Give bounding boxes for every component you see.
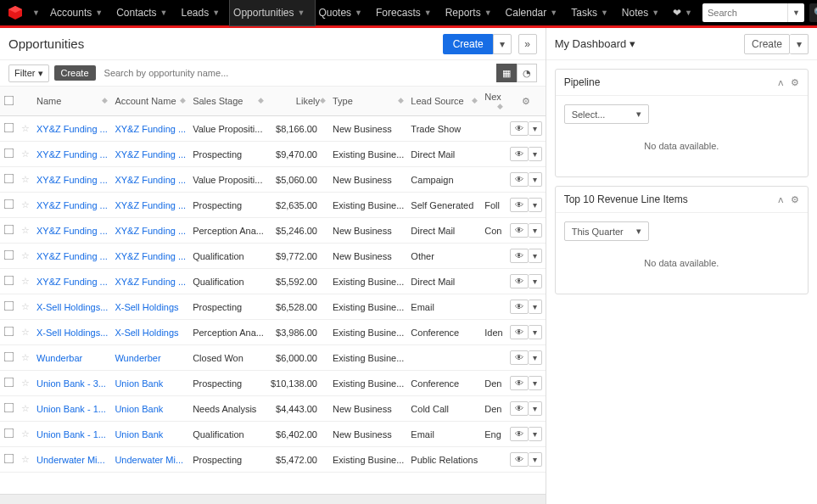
preview-button[interactable]: 👁 [510,452,529,467]
cell-name[interactable]: XY&Z Funding ... [33,244,111,269]
row-checkbox[interactable] [4,250,14,260]
nav-item-notes[interactable]: Notes▼ [618,0,669,25]
row-checkbox[interactable] [4,276,14,286]
row-menu[interactable]: ▾ [529,427,542,441]
row-checkbox[interactable] [4,174,14,184]
select-all-checkbox[interactable] [4,95,14,105]
row-menu[interactable]: ▾ [529,121,542,136]
row-menu[interactable]: ▾ [529,452,542,467]
gear-icon[interactable]: ⚙ [791,194,799,205]
row-menu[interactable]: ▾ [529,376,542,390]
favorite-star[interactable]: ☆ [18,193,33,218]
cell-name[interactable]: Underwater Mi... [33,447,111,473]
logo-caret-icon[interactable]: ▼ [32,8,40,17]
dashlet-filter-select[interactable]: This Quarter▾ [564,221,649,241]
create-button[interactable]: Create [443,34,494,54]
cell-account[interactable]: XY&Z Funding ... [111,244,189,269]
preview-button[interactable]: 👁 [510,401,529,416]
app-logo[interactable] [7,5,24,20]
row-checkbox[interactable] [4,225,14,235]
global-search[interactable]: ▼ [702,3,804,22]
cell-account[interactable]: Union Bank [111,371,189,396]
row-menu[interactable]: ▾ [529,223,542,238]
nav-item-leads[interactable]: Leads▼ [177,0,230,25]
cell-name[interactable]: XY&Z Funding ... [33,167,111,193]
cell-name[interactable]: Union Bank - 3... [33,371,111,396]
cell-account[interactable]: XY&Z Funding ... [111,193,189,218]
column-sales-stage[interactable]: Sales Stage◆ [189,87,267,116]
row-checkbox[interactable] [4,428,14,439]
row-checkbox[interactable] [4,403,14,413]
row-menu[interactable]: ▾ [529,325,542,339]
column-type[interactable]: Type◆ [329,87,407,116]
nav-item-accounts[interactable]: Accounts▼ [47,0,113,25]
preview-button[interactable]: 👁 [510,147,529,161]
favorite-star[interactable]: ☆ [18,244,33,269]
favorite-star[interactable]: ☆ [18,447,33,473]
row-menu[interactable]: ▾ [529,172,542,187]
column-nex[interactable]: Nex◆ [481,87,506,116]
favorite-star[interactable]: ☆ [18,371,33,396]
cell-name[interactable]: XY&Z Funding ... [33,116,111,142]
column-likely[interactable]: Likely◆ [267,87,329,116]
preview-button[interactable]: 👁 [510,172,529,187]
cell-account[interactable]: XY&Z Funding ... [111,142,189,167]
cell-account[interactable]: Wunderber [111,345,189,371]
list-view-toggle[interactable]: ▦ [496,64,517,82]
filter-create-button[interactable]: Create [54,65,96,81]
cell-account[interactable]: XY&Z Funding ... [111,116,189,142]
gear-icon[interactable]: ⚙ [791,77,799,88]
cell-account[interactable]: XY&Z Funding ... [111,269,189,294]
cell-name[interactable]: Wunderbar [33,345,111,371]
collapse-icon[interactable]: ʌ [778,194,784,205]
create-dropdown[interactable]: ▾ [493,34,512,54]
nav-item-quotes[interactable]: Quotes▼ [315,0,372,25]
row-menu[interactable]: ▾ [529,147,542,161]
row-menu[interactable]: ▾ [529,401,542,416]
horizontal-scrollbar[interactable] [0,494,546,504]
cell-name[interactable]: Union Bank - 1... [33,422,111,447]
favorite-star[interactable]: ☆ [18,142,33,167]
preview-button[interactable]: 👁 [510,350,529,365]
collapse-icon[interactable]: ʌ [778,77,784,88]
nav-item-opportunities[interactable]: Opportunities▼ [230,0,315,25]
search-module-dropdown[interactable]: ▼ [787,3,804,22]
cell-account[interactable]: X-Sell Holdings [111,320,189,345]
row-menu[interactable]: ▾ [529,300,542,314]
cell-account[interactable]: Union Bank [111,422,189,447]
preview-button[interactable]: 👁 [510,427,529,441]
favorite-star[interactable]: ☆ [18,218,33,244]
filter-search-input[interactable] [101,65,491,81]
preview-button[interactable]: 👁 [510,325,529,339]
cell-account[interactable]: XY&Z Funding ... [111,167,189,193]
cell-name[interactable]: XY&Z Funding ... [33,193,111,218]
cell-name[interactable]: Union Bank - 1... [33,396,111,422]
row-checkbox[interactable] [4,327,14,337]
row-checkbox[interactable] [4,123,14,133]
search-button[interactable]: 🔍 [809,3,817,22]
row-checkbox[interactable] [4,378,14,388]
search-input[interactable] [702,8,787,18]
column-name[interactable]: Name◆ [33,87,111,116]
favorite-star[interactable]: ☆ [18,320,33,345]
favorite-star[interactable]: ☆ [18,422,33,447]
nav-item-calendar[interactable]: Calendar▼ [502,0,568,25]
nav-item-contacts[interactable]: Contacts▼ [113,0,177,25]
favorite-star[interactable]: ☆ [18,345,33,371]
row-checkbox[interactable] [4,352,14,362]
row-checkbox[interactable] [4,301,14,311]
nav-overflow[interactable]: ❤▼ [669,0,702,25]
preview-button[interactable]: 👁 [510,121,529,136]
preview-button[interactable]: 👁 [510,249,529,263]
preview-button[interactable]: 👁 [510,376,529,390]
row-checkbox[interactable] [4,454,14,464]
column-lead-source[interactable]: Lead Source◆ [407,87,481,116]
filter-button[interactable]: Filter ▾ [8,64,49,82]
column-actions[interactable]: ⚙ [506,87,546,116]
cell-name[interactable]: X-Sell Holdings... [33,294,111,320]
column-account-name[interactable]: Account Name◆ [111,87,189,116]
nav-item-tasks[interactable]: Tasks▼ [568,0,618,25]
row-checkbox[interactable] [4,199,14,210]
cell-name[interactable]: XY&Z Funding ... [33,269,111,294]
activity-view-toggle[interactable]: ◔ [517,64,537,82]
